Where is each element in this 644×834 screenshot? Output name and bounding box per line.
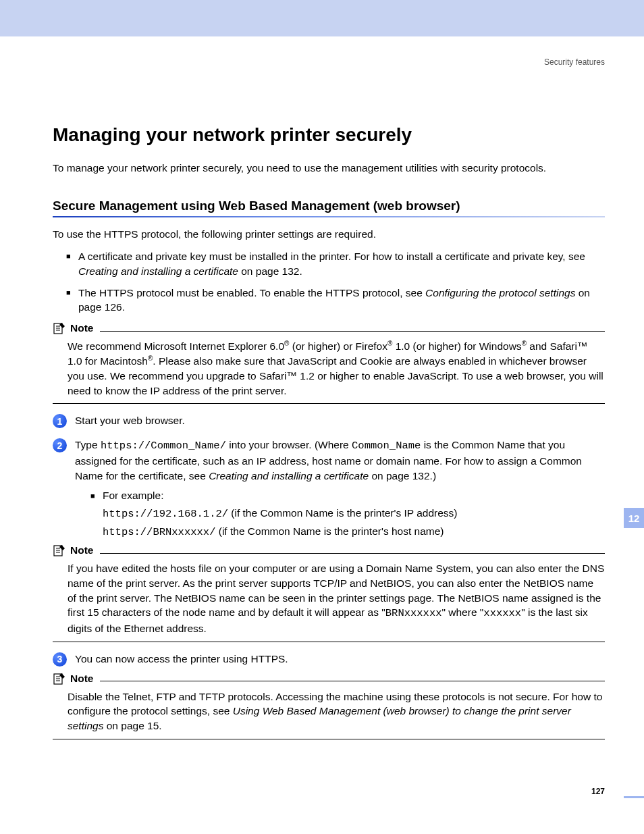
step-row: 3 You can now access the printer using H…: [53, 652, 605, 667]
top-band: [0, 0, 644, 36]
step-row: 1 Start your web browser.: [53, 413, 605, 428]
note-label: Note: [70, 544, 93, 556]
code-text: Common_Name: [352, 440, 421, 452]
requirements-list: A certificate and private key must be in…: [66, 249, 605, 315]
step-text: You can now access the printer using HTT…: [75, 652, 605, 667]
code-text: https://Common_Name/: [101, 440, 226, 452]
page-number: 127: [591, 787, 605, 796]
example-label: For example:: [90, 490, 605, 502]
list-item: A certificate and private key must be in…: [66, 249, 605, 278]
note-block: Note Disable the Telnet, FTP and TFTP pr…: [53, 672, 605, 739]
ref-italic: Creating and installing a certificate: [209, 470, 369, 481]
note-block: Note We recommend Microsoft Internet Exp…: [53, 321, 605, 404]
section-heading: Secure Management using Web Based Manage…: [53, 199, 605, 213]
heading-rule: [53, 216, 605, 217]
text: The HTTPS protocol must be enabled. To e…: [78, 287, 425, 298]
note-body: Disable the Telnet, FTP and TFTP protoco…: [68, 689, 605, 733]
ref-italic: Creating and installing a certificate: [78, 265, 238, 277]
step-number-badge: 3: [53, 652, 67, 667]
step-number-badge: 1: [53, 414, 67, 428]
code-text: https://192.168.1.2/: [103, 508, 228, 520]
note-icon: [53, 544, 66, 557]
code-text: https://BRNxxxxxx/: [103, 526, 215, 538]
note-block: Note If you have edited the hosts file o…: [53, 544, 605, 642]
list-item: The HTTPS protocol must be enabled. To e…: [66, 286, 605, 315]
note-icon: [53, 321, 66, 335]
example-block: For example:: [90, 490, 605, 502]
note-icon: [53, 672, 66, 685]
code-text: xxxxxx: [483, 607, 521, 619]
note-rule: [100, 553, 605, 554]
page-content: Managing your network printer securely T…: [0, 36, 644, 739]
example-line: https://BRNxxxxxx/ (if the Common Name i…: [103, 525, 605, 538]
text: on page 132.: [238, 265, 302, 277]
note-rule: [100, 681, 605, 681]
page-title: Managing your network printer securely: [53, 124, 605, 146]
step-row: 2 Type https://Common_Name/ into your br…: [53, 438, 605, 483]
note-label: Note: [70, 322, 93, 334]
page-number-accent: [624, 796, 644, 798]
note-rule: [100, 331, 605, 332]
ref-italic: Configuring the protocol settings: [425, 287, 575, 298]
note-rule: [53, 642, 605, 642]
https-intro: To use the HTTPS protocol, the following…: [53, 227, 605, 242]
chapter-tab: 12: [624, 508, 644, 528]
header-section-label: Security features: [544, 57, 605, 67]
note-label: Note: [70, 673, 93, 685]
note-body: We recommend Microsoft Internet Explorer…: [68, 339, 605, 398]
note-rule: [53, 739, 605, 739]
intro-paragraph: To manage your network printer securely,…: [53, 161, 605, 176]
text: A certificate and private key must be in…: [78, 251, 585, 262]
note-body: If you have edited the hosts file on you…: [68, 561, 605, 635]
step-number-badge: 2: [53, 438, 67, 452]
code-text: BRNxxxxxx: [385, 607, 442, 619]
step-text: Type https://Common_Name/ into your brow…: [75, 438, 605, 483]
step-text: Start your web browser.: [75, 413, 605, 428]
example-line: https://192.168.1.2/ (if the Common Name…: [103, 507, 605, 520]
note-rule: [53, 403, 605, 404]
